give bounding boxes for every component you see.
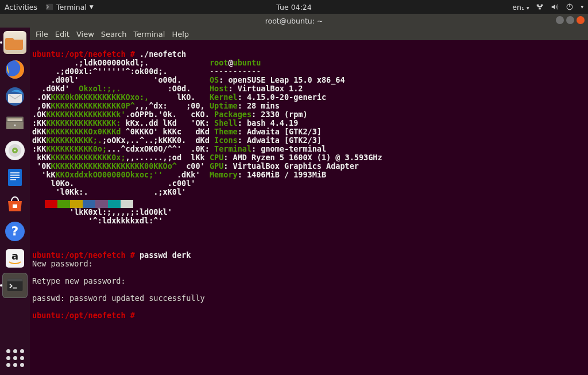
svg-rect-9 bbox=[7, 119, 22, 121]
window-minimize-button[interactable] bbox=[556, 16, 564, 24]
help-icon[interactable]: ? bbox=[2, 219, 28, 244]
file-manager-icon[interactable] bbox=[2, 111, 28, 136]
menu-search[interactable]: Search bbox=[101, 30, 127, 38]
svg-rect-10 bbox=[7, 118, 22, 119]
neofetch-output: .;ldkO0000Okdl;. root@ubuntu .;d00xl:^''… bbox=[32, 59, 586, 225]
cmd-passwd: passwd derk bbox=[135, 250, 191, 260]
svg-text:a: a bbox=[11, 250, 18, 262]
show-applications-button[interactable] bbox=[2, 345, 28, 370]
activities-button[interactable]: Activities bbox=[5, 3, 37, 11]
files-icon[interactable] bbox=[2, 30, 28, 55]
chevron-down-icon: ▼ bbox=[90, 4, 94, 10]
keyboard-layout-indicator[interactable]: en₁ ▾ bbox=[512, 3, 529, 11]
libreoffice-writer-icon[interactable] bbox=[2, 165, 28, 190]
menu-terminal[interactable]: Terminal bbox=[133, 30, 165, 38]
app-menu[interactable]: Terminal ▼ bbox=[45, 3, 94, 11]
gnome-top-panel: Activities Terminal ▼ Tue 04:24 en₁ ▾ ▾ bbox=[0, 0, 588, 14]
prompt: ubuntu:/opt/neofetch # bbox=[32, 250, 135, 260]
svg-rect-21 bbox=[10, 179, 16, 180]
window-title: root@ubuntu: ~ bbox=[265, 17, 323, 25]
svg-rect-28 bbox=[7, 279, 23, 281]
ubuntu-software-icon[interactable] bbox=[2, 192, 28, 217]
prompt: ubuntu:/opt/neofetch # bbox=[32, 49, 135, 59]
passwd-line2: Retype new password: bbox=[32, 277, 586, 285]
window-titlebar: root@ubuntu: ~ bbox=[0, 14, 588, 28]
rhythmbox-icon[interactable] bbox=[2, 138, 28, 163]
volume-icon[interactable] bbox=[551, 3, 559, 11]
passwd-line3: passwd: password updated successfully bbox=[32, 294, 586, 303]
svg-rect-20 bbox=[10, 177, 20, 178]
prompt: ubuntu:/opt/neofetch # bbox=[32, 311, 135, 320]
window-maximize-button[interactable] bbox=[566, 16, 574, 24]
svg-rect-18 bbox=[10, 172, 20, 173]
svg-rect-19 bbox=[10, 175, 20, 176]
menu-edit[interactable]: Edit bbox=[55, 30, 69, 38]
color-swatches bbox=[32, 200, 586, 208]
power-icon[interactable] bbox=[566, 3, 574, 11]
network-icon[interactable] bbox=[536, 3, 544, 11]
svg-rect-1 bbox=[537, 5, 539, 6]
thunderbird-icon[interactable] bbox=[2, 84, 28, 109]
window-close-button[interactable] bbox=[577, 16, 585, 24]
system-menu-chevron-icon[interactable]: ▾ bbox=[581, 4, 583, 10]
passwd-line1: New password: bbox=[32, 260, 586, 268]
app-menu-label: Terminal bbox=[56, 3, 87, 11]
terminal-menubar: File Edit View Search Terminal Help bbox=[30, 28, 588, 40]
svg-rect-3 bbox=[539, 8, 541, 10]
menu-file[interactable]: File bbox=[36, 30, 48, 38]
svg-point-12 bbox=[14, 125, 16, 126]
apps-grid-icon bbox=[6, 349, 24, 367]
amazon-icon[interactable]: a bbox=[2, 246, 28, 271]
firefox-icon[interactable] bbox=[2, 57, 28, 82]
terminal-icon bbox=[45, 3, 53, 11]
svg-rect-0 bbox=[46, 4, 53, 10]
svg-rect-22 bbox=[13, 204, 17, 208]
terminal-body[interactable]: ubuntu:/opt/neofetch # ./neofetch .;ldkO… bbox=[30, 40, 588, 375]
menu-help[interactable]: Help bbox=[172, 30, 189, 38]
menu-view[interactable]: View bbox=[76, 30, 94, 38]
svg-point-16 bbox=[14, 150, 16, 152]
svg-text:?: ? bbox=[11, 224, 19, 238]
cmd-neofetch: ./neofetch bbox=[135, 49, 186, 59]
ubuntu-dock: ? a bbox=[0, 28, 30, 375]
terminal-icon[interactable] bbox=[2, 273, 28, 298]
svg-rect-2 bbox=[541, 5, 543, 6]
